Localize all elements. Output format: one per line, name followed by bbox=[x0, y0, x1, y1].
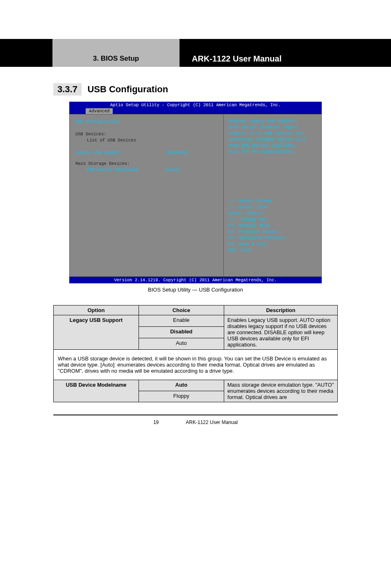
col-description: Description bbox=[224, 305, 337, 315]
nav-line: →←: Select Screen bbox=[229, 198, 316, 204]
header-band-gray: 3. BIOS Setup bbox=[52, 39, 180, 67]
blank bbox=[229, 254, 316, 260]
figure-caption: BIOS Setup Utility — USB Configuration bbox=[0, 287, 391, 293]
help-line: support if no USB devices are bbox=[229, 131, 316, 137]
blank bbox=[229, 186, 316, 192]
table-row: When a USB storage device is detected, i… bbox=[54, 350, 338, 380]
help-line: only for EFI applications. bbox=[229, 149, 316, 155]
help-line: keep USB devices available bbox=[229, 143, 316, 149]
bios-usb-device-list: List of USB Devices bbox=[75, 138, 218, 144]
desc-legacy-usb: Enables Legacy USB support. AUTO option … bbox=[224, 315, 337, 350]
nav-line: F2: Previous Values bbox=[229, 229, 316, 235]
doc-title: ARK-1122 User Manual bbox=[192, 54, 282, 64]
bios-screenshot: Aptio Setup Utility - Copyright (C) 2011… bbox=[69, 102, 322, 283]
bios-legacy-usb-label: Legacy USB Support bbox=[75, 150, 166, 155]
bios-right-pane: Enables Legacy USB support. AUTO option … bbox=[223, 114, 321, 276]
bios-legacy-usb-value: [Enabled] bbox=[166, 150, 189, 155]
bios-modelname-label: USB Device Modelname bbox=[75, 167, 166, 172]
bios-tab-row: Advanced bbox=[69, 108, 322, 114]
blank bbox=[229, 168, 316, 173]
bios-option-legacy-usb[interactable]: Legacy USB Support [Enabled] bbox=[75, 150, 218, 155]
header-band-black-left bbox=[0, 39, 52, 67]
blank bbox=[229, 192, 316, 198]
nav-line: F4: Save & Exit bbox=[229, 242, 316, 247]
chapter-label: 3. BIOS Setup bbox=[93, 55, 139, 63]
col-option: Option bbox=[54, 305, 139, 315]
nav-line: ESC: Exit bbox=[229, 248, 316, 253]
nav-line: +/-: Change Opt. bbox=[229, 217, 316, 223]
table-row: Legacy USB Support Enable Enables Legacy… bbox=[54, 315, 338, 327]
blank bbox=[75, 125, 218, 131]
choice-enable: Enable bbox=[139, 315, 224, 327]
desc-usb-modelname: Mass storage device emulation type. "AUT… bbox=[224, 380, 337, 402]
nav-line: Enter: Select bbox=[229, 211, 316, 217]
section-title: USB Configuration bbox=[87, 84, 168, 94]
options-table: Option Choice Description Legacy USB Sup… bbox=[53, 305, 338, 402]
choice-auto: Auto bbox=[139, 338, 224, 350]
footer: 19 ARK-1122 User Manual bbox=[0, 419, 391, 438]
bios-left-pane: USB Configuration USB Devices: List of U… bbox=[70, 114, 223, 276]
blank bbox=[75, 155, 218, 161]
help-line: Enables Legacy USB support. bbox=[229, 119, 316, 124]
help-line: AUTO option disables legacy bbox=[229, 125, 316, 130]
bios-heading-usb-config: USB Configuration bbox=[75, 119, 218, 125]
blank bbox=[229, 174, 316, 180]
choice-floppy: Floppy bbox=[139, 391, 224, 402]
nav-line: ↑↓: Select Item bbox=[229, 205, 316, 210]
row-span-note: When a USB storage device is detected, i… bbox=[54, 350, 338, 380]
bios-usb-devices-label: USB Devices: bbox=[75, 132, 218, 137]
nav-line: F1: General Help bbox=[229, 223, 316, 229]
blank bbox=[229, 266, 316, 272]
table-header-row: Option Choice Description bbox=[54, 305, 338, 315]
choice-disabled: Disabled bbox=[139, 327, 224, 338]
page-number: 19 bbox=[153, 419, 159, 425]
col-choice: Choice bbox=[139, 305, 224, 315]
options-table-wrap: Option Choice Description Legacy USB Sup… bbox=[53, 305, 338, 402]
table-row: USB Device Modelname Auto Mass storage d… bbox=[54, 380, 338, 391]
section-number: 3.3.7 bbox=[53, 83, 82, 96]
bios-title-bar: Aptio Setup Utility - Copyright (C) 2011… bbox=[69, 102, 322, 108]
blank bbox=[229, 180, 316, 186]
bios-modelname-value: [Auto] bbox=[166, 167, 181, 172]
blank bbox=[75, 144, 218, 150]
bios-option-usb-modelname[interactable]: USB Device Modelname [Auto] bbox=[75, 167, 218, 172]
bios-mass-storage-label: Mass Storage Devices: bbox=[75, 161, 218, 167]
opt-usb-modelname: USB Device Modelname bbox=[54, 380, 139, 402]
footer-separator bbox=[53, 415, 338, 415]
blank bbox=[229, 162, 316, 167]
header-band-black-right: ARK-1122 User Manual bbox=[180, 39, 391, 67]
help-line: connected. DISABLE option will bbox=[229, 137, 316, 143]
header-band: 3. BIOS Setup ARK-1122 User Manual bbox=[0, 39, 391, 67]
bios-tab-advanced[interactable]: Advanced bbox=[86, 108, 113, 114]
doc-name: ARK-1122 User Manual bbox=[186, 419, 238, 425]
section-heading: 3.3.7 USB Configuration bbox=[53, 83, 391, 96]
opt-legacy-usb: Legacy USB Support bbox=[54, 315, 139, 350]
nav-line: F3: Optimized Defaults bbox=[229, 235, 316, 241]
bios-body: USB Configuration USB Devices: List of U… bbox=[69, 114, 322, 277]
bios-footer-bar: Version 2.14.1219. Copyright (C) 2011 Am… bbox=[69, 277, 322, 283]
choice-auto2: Auto bbox=[139, 380, 224, 391]
blank bbox=[229, 155, 316, 161]
blank bbox=[229, 260, 316, 266]
